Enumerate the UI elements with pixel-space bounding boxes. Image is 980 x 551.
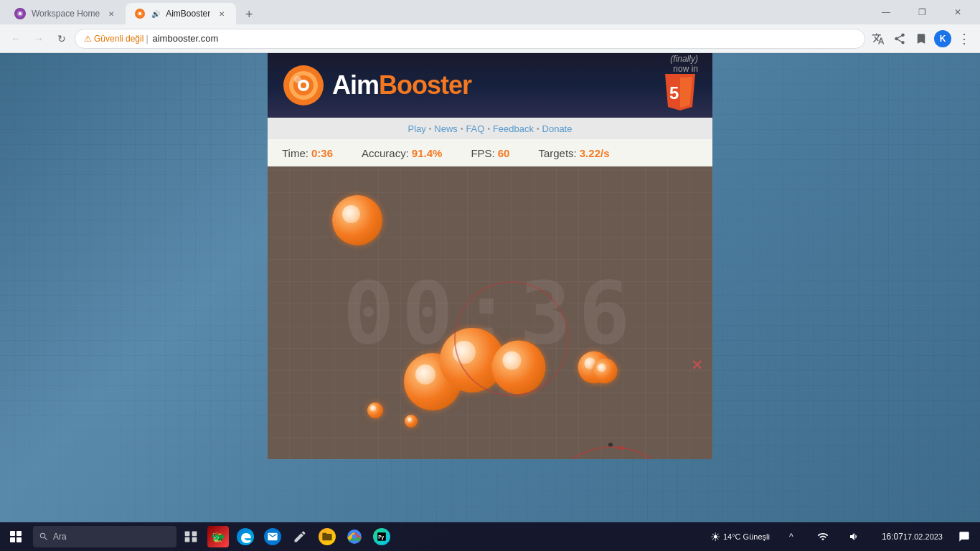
address-bar: ← → ↻ ⚠ Güvenli değil | aimbooster.com (0, 24, 980, 53)
share-icon[interactable] (890, 29, 910, 49)
taskbar-game-icon[interactable]: 🐲 (205, 524, 231, 550)
logo-text: AimBooster (332, 70, 471, 100)
target-6[interactable] (367, 402, 383, 418)
time-label: Time: (282, 147, 308, 159)
logo-aim-text: Aim (332, 70, 379, 100)
svg-point-2 (19, 12, 22, 15)
site-header: AimBooster (finally) now in 5 (268, 53, 712, 118)
volume-icon[interactable] (842, 524, 867, 550)
taskbar-pen[interactable] (287, 524, 313, 550)
stat-accuracy: Accuracy: 91.4% (362, 147, 442, 159)
taskbar-mail[interactable] (260, 524, 286, 550)
time-value: 0:36 (311, 147, 333, 159)
clock-date: 17.02.2023 (903, 532, 943, 541)
bookmark-icon[interactable] (911, 29, 931, 49)
edge-logo-icon (239, 530, 252, 543)
edge-icon (237, 528, 254, 545)
nav-dot-4: • (537, 125, 540, 133)
minimize-button[interactable]: — (870, 0, 903, 24)
chrome-icon (347, 529, 362, 545)
translate-icon[interactable] (868, 29, 888, 49)
nav-feedback[interactable]: Feedback (493, 123, 534, 134)
close-button[interactable]: ✕ (941, 0, 974, 24)
desktop: Workspace Home ✕ 🔊 AimBooster ✕ (0, 0, 980, 551)
web-content[interactable]: AimBooster (finally) now in 5 (0, 53, 980, 551)
profile-avatar[interactable]: K (934, 30, 951, 47)
tab-audio-icon[interactable]: 🔊 (151, 10, 160, 18)
forward-button[interactable]: → (29, 29, 49, 49)
url-box[interactable]: ⚠ Güvenli değil | aimbooster.com (75, 29, 865, 49)
miss-circle-1 (454, 281, 569, 396)
profile-icon-wrapper[interactable]: K (933, 29, 953, 49)
pycharm-icon: Py (373, 528, 390, 545)
targets-label: Targets: (538, 147, 576, 159)
target-8[interactable] (593, 359, 618, 384)
miss-x-1: ✕ (691, 357, 703, 374)
tab-workspace[interactable]: Workspace Home ✕ (6, 3, 126, 24)
tab-workspace-close[interactable]: ✕ (105, 8, 117, 19)
wifi-icon (817, 531, 829, 542)
clock[interactable]: 16:07 17.02.2023 (876, 524, 948, 550)
mail-icon (264, 528, 281, 545)
nav-news[interactable]: News (434, 123, 458, 134)
weather-icon: ☀ (710, 530, 720, 544)
tray-expand[interactable]: ^ (778, 524, 804, 550)
svg-text:Py: Py (378, 534, 384, 540)
win-logo-cell-2 (17, 531, 22, 536)
start-button[interactable] (3, 524, 29, 550)
toolbar-icons: K ⋮ (868, 29, 974, 49)
maximize-button[interactable]: ❐ (905, 0, 938, 24)
logo-booster-text: Booster (379, 70, 471, 100)
html5-badge: (finally) now in 5 (662, 54, 698, 117)
back-button[interactable]: ← (6, 29, 26, 49)
nav-play[interactable]: Play (408, 123, 426, 134)
separator: | (146, 34, 148, 44)
svg-point-10 (301, 83, 306, 88)
fps-label: FPS: (471, 147, 494, 159)
menu-icon[interactable]: ⋮ (954, 29, 974, 49)
tab-aimbooster[interactable]: 🔊 AimBooster ✕ (126, 3, 236, 24)
logo-area: AimBooster (282, 64, 471, 107)
nav-donate[interactable]: Donate (542, 123, 573, 134)
taskbar-task-view[interactable] (178, 524, 204, 550)
target-7[interactable] (405, 415, 418, 428)
accuracy-value: 91.4% (412, 147, 443, 159)
weather-widget[interactable]: ☀ 14°C Güneşli (707, 524, 773, 550)
taskbar-explorer[interactable] (314, 524, 340, 550)
stats-bar: Time: 0:36 Accuracy: 91.4% FPS: 60 Tar (268, 139, 712, 166)
notification-button[interactable] (951, 524, 977, 550)
tab-workspace-title: Workspace Home (32, 9, 100, 19)
nav-dot-1: • (429, 125, 432, 133)
target-1[interactable] (332, 195, 382, 245)
windows-logo (10, 531, 22, 542)
svg-rect-17 (185, 537, 190, 542)
window-controls: — ❐ ✕ (870, 0, 974, 24)
nav-dot-3: • (487, 125, 490, 133)
reload-button[interactable]: ↻ (52, 29, 72, 49)
search-icon (39, 532, 49, 542)
taskbar-search[interactable]: Ara (33, 526, 176, 547)
tab-aimbooster-title: AimBooster (166, 9, 210, 19)
taskbar-chrome[interactable] (341, 524, 367, 550)
pycharm-logo-icon: Py (377, 532, 387, 542)
folder-icon (321, 531, 333, 542)
taskbar-edge[interactable] (232, 524, 258, 550)
game-area[interactable]: 00:36 (268, 166, 712, 459)
task-view-icon (184, 529, 198, 544)
fps-value: 60 (498, 147, 510, 159)
taskbar-pycharm[interactable]: Py (369, 524, 395, 550)
tab-aimbooster-close[interactable]: ✕ (216, 8, 227, 19)
network-icon[interactable] (810, 524, 836, 550)
win-logo-cell-1 (10, 531, 15, 536)
clock-time: 16:07 (882, 532, 903, 542)
security-indicator: ⚠ Güvenli değil | (84, 34, 149, 44)
nav-faq[interactable]: FAQ (466, 123, 484, 134)
dragon-app-icon: 🐲 (207, 526, 229, 547)
stat-time: Time: 0:36 (282, 147, 333, 159)
svg-point-11 (294, 76, 301, 83)
new-tab-button[interactable]: + (239, 4, 259, 24)
pen-icon (293, 529, 307, 544)
svg-rect-16 (192, 532, 197, 537)
miss-circle-2 (540, 446, 684, 459)
explorer-icon (319, 528, 336, 545)
